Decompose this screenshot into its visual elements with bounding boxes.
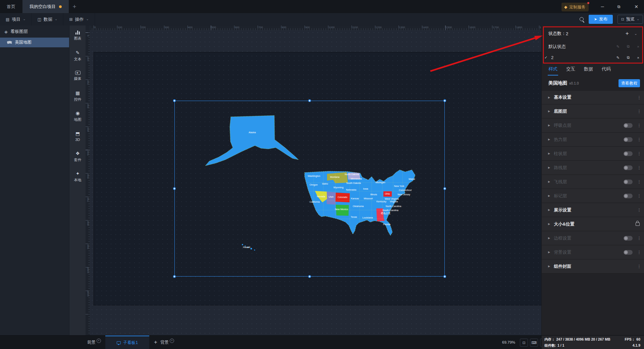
toolbox-item-7[interactable]: ❖套件 xyxy=(69,146,86,166)
section-row-2[interactable]: ▶底图层⋮ xyxy=(542,104,644,118)
resize-handle-se[interactable] xyxy=(443,275,446,278)
canvas[interactable]: 0100200300400500600700800900100011001200… xyxy=(86,26,542,336)
toggle-off[interactable] xyxy=(624,250,633,255)
tutorial-button[interactable]: 查看教程 xyxy=(619,79,640,87)
toggle-off[interactable] xyxy=(624,123,633,128)
state-row-2[interactable]: ✓2✎⧉× xyxy=(542,52,644,63)
section-row-10[interactable]: ▶大小&位置 xyxy=(542,217,644,231)
add-circle-icon[interactable]: + xyxy=(170,339,174,343)
section-row-6[interactable]: ▶路线层⋮ xyxy=(542,161,644,175)
inspector-tab-1[interactable]: 样式 xyxy=(548,66,557,73)
toolbox-item-4[interactable]: ▦控件 xyxy=(69,86,86,106)
close-icon[interactable]: × xyxy=(637,45,639,49)
add-circle-icon[interactable]: + xyxy=(97,339,101,343)
menu-operations[interactable]: ⊞ 操作 ⌄ xyxy=(63,13,95,26)
custom-service-button[interactable]: ◆ 定制服务 xyxy=(561,3,589,11)
section-row-12[interactable]: ▶背景设置⋮ xyxy=(542,245,644,259)
toggle-off[interactable] xyxy=(624,194,633,198)
add-state-icon[interactable]: + xyxy=(626,30,629,37)
resize-handle-sw[interactable] xyxy=(173,275,176,278)
section-row-4[interactable]: ▶热力层⋮ xyxy=(542,133,644,147)
more-menu-icon[interactable]: ⋮ xyxy=(637,137,640,142)
more-menu-icon[interactable]: ⋮ xyxy=(637,250,640,255)
toggle-off[interactable] xyxy=(624,165,633,170)
toggle-off[interactable] xyxy=(624,151,633,156)
expand-caret-icon[interactable]: ▶ xyxy=(548,180,550,183)
resize-handle-s[interactable] xyxy=(308,275,311,278)
expand-caret-icon[interactable]: ▶ xyxy=(548,194,550,197)
section-row-1[interactable]: ▶基本设置⋮ xyxy=(542,90,644,104)
selection-box[interactable] xyxy=(174,101,445,277)
chevron-down-icon[interactable]: ⌄ xyxy=(634,32,637,36)
toolbox-item-1[interactable]: 图表 xyxy=(69,26,86,46)
toggle-off[interactable] xyxy=(624,236,633,241)
expand-caret-icon[interactable]: ▶ xyxy=(548,251,550,254)
fit-screen-icon[interactable]: ⊡ xyxy=(520,339,528,347)
section-row-7[interactable]: ▶飞线层⋮ xyxy=(542,175,644,189)
section-row-13[interactable]: ▶组件封面⋮ xyxy=(542,259,644,273)
menu-data[interactable]: ◫ 数据 ⌄ xyxy=(32,13,64,26)
resize-handle-n[interactable] xyxy=(308,99,311,102)
more-menu-icon[interactable]: ⋮ xyxy=(637,95,640,100)
more-menu-icon[interactable]: ⋮ xyxy=(637,193,640,198)
expand-caret-icon[interactable]: ▶ xyxy=(548,124,550,127)
expand-caret-icon[interactable]: ▶ xyxy=(548,265,550,268)
section-row-5[interactable]: ▶柱状层⋮ xyxy=(542,147,644,161)
more-menu-icon[interactable]: ⋮ xyxy=(637,165,640,170)
expand-caret-icon[interactable]: ▶ xyxy=(548,110,550,113)
menu-project[interactable]: ▤ 项目 ⌄ xyxy=(0,13,32,26)
restore-button[interactable]: ⧉ xyxy=(613,0,625,13)
foreground-tab[interactable]: 前景+ xyxy=(87,336,101,349)
expand-caret-icon[interactable]: ▶ xyxy=(548,208,550,211)
more-menu-icon[interactable]: ⋮ xyxy=(637,264,640,269)
inspector-tab-3[interactable]: 数据 xyxy=(584,66,593,73)
tab-home[interactable]: 首页 xyxy=(0,0,22,13)
resize-handle-ne[interactable] xyxy=(443,99,446,102)
toolbox-item-3[interactable]: ▶媒体 xyxy=(69,66,86,86)
more-menu-icon[interactable]: ⋮ xyxy=(637,236,640,241)
resize-handle-w[interactable] xyxy=(173,187,176,190)
lock-icon[interactable] xyxy=(636,222,640,226)
section-row-11[interactable]: ▶边框设置⋮ xyxy=(542,231,644,245)
toolbox-item-6[interactable]: ⬒3D xyxy=(69,126,86,146)
expand-caret-icon[interactable]: ▶ xyxy=(548,166,550,169)
more-menu-icon[interactable]: ⋮ xyxy=(637,109,640,114)
state-row-1[interactable]: 默认状态✎⧉× xyxy=(542,41,644,52)
keyboard-shortcuts-icon[interactable]: ⌨ xyxy=(530,339,538,347)
close-icon[interactable]: × xyxy=(637,56,639,60)
expand-caret-icon[interactable]: ▶ xyxy=(548,237,550,240)
sub-board-tab[interactable]: 子看板1 xyxy=(105,336,149,349)
expand-caret-icon[interactable]: ▶ xyxy=(548,138,550,141)
minimize-button[interactable]: ─ xyxy=(597,0,608,13)
edit-icon[interactable]: ✎ xyxy=(616,44,620,49)
inspector-tab-2[interactable]: 交互 xyxy=(566,66,575,73)
copy-icon[interactable]: ⧉ xyxy=(627,44,630,49)
toggle-off[interactable] xyxy=(624,180,633,184)
publish-button[interactable]: ➤ 发布 xyxy=(589,15,613,24)
expand-caret-icon[interactable]: ▶ xyxy=(548,96,550,99)
new-tab-button[interactable]: + xyxy=(69,0,80,13)
search-icon[interactable] xyxy=(580,17,584,21)
add-board-button[interactable]: + xyxy=(152,336,160,349)
inspector-tab-4[interactable]: 代码 xyxy=(602,66,611,73)
resize-handle-nw[interactable] xyxy=(173,99,176,102)
toolbox-item-5[interactable]: ◉地图 xyxy=(69,106,86,126)
zoom-level[interactable]: 69.79% xyxy=(502,336,515,349)
state-count-row[interactable]: 状态数： 2 + ⌄ xyxy=(542,26,644,41)
more-menu-icon[interactable]: ⋮ xyxy=(637,123,640,128)
expand-caret-icon[interactable]: ▶ xyxy=(548,152,550,155)
more-menu-icon[interactable]: ⋮ xyxy=(637,151,640,156)
resize-handle-e[interactable] xyxy=(443,187,446,190)
more-menu-icon[interactable]: ⋮ xyxy=(637,207,640,212)
background-tab[interactable]: 背景+ xyxy=(160,336,174,349)
toggle-off[interactable] xyxy=(624,137,633,142)
section-row-3[interactable]: ▶呼吸点层⋮ xyxy=(542,118,644,133)
tab-project[interactable]: 我的空白项目 xyxy=(22,0,69,13)
toolbox-item-2[interactable]: ✎文本 xyxy=(69,46,86,66)
section-row-8[interactable]: ▶标记层⋮ xyxy=(542,189,644,203)
copy-icon[interactable]: ⧉ xyxy=(627,55,630,60)
preview-button[interactable]: ⊡ 预览 ⌄ xyxy=(618,15,643,24)
section-row-9[interactable]: ▶展示设置⋮ xyxy=(542,203,644,217)
close-button[interactable]: ✕ xyxy=(631,0,642,13)
edit-icon[interactable]: ✎ xyxy=(616,55,620,60)
